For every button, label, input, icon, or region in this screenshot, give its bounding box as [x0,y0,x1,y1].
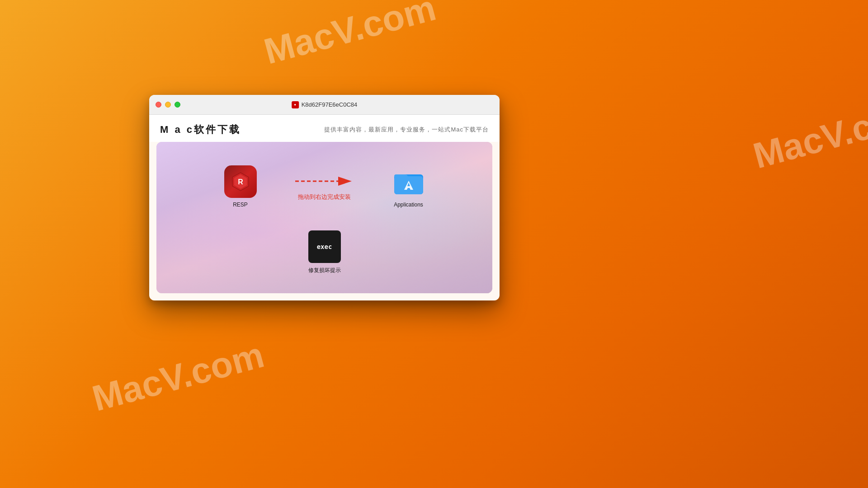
applications-folder-icon[interactable] [392,165,425,198]
header-bar: M a c软件下载 提供丰富内容，最新应用，专业服务，一站式Mac下载平台 [149,115,500,142]
brand-title: M a c软件下载 [160,123,241,136]
resp-app-icon[interactable]: R [224,165,257,198]
window-title-text: K8d62F97E6eC0C84 [302,101,358,108]
drag-arrow-wrapper: 拖动到右边完成安装 [293,172,356,201]
applications-folder-wrapper: Applications [392,165,425,208]
resp-hex-icon: R [230,171,251,192]
header-subtitle: 提供丰富内容，最新应用，专业服务，一站式Mac下载平台 [324,126,489,134]
window-content: M a c软件下载 提供丰富内容，最新应用，专业服务，一站式Mac下载平台 [149,115,500,300]
exec-icon[interactable]: exec [308,230,341,263]
drag-label: 拖动到右边完成安装 [298,193,351,201]
window-title-area: ● K8d62F97E6eC0C84 [292,101,358,108]
icons-container: R RESP 拖动到右 [156,142,492,293]
exec-icon-wrapper: exec 修复损坏提示 [308,230,341,274]
svg-text:R: R [238,178,243,186]
app-label: RESP [233,202,248,208]
app-icon-wrapper: R RESP [224,165,257,208]
watermark-3: MacV.com [88,334,269,419]
watermark-1: MacV.com [260,0,440,73]
top-row: R RESP 拖动到右 [224,165,425,208]
drag-arrow-svg [293,172,356,190]
exec-label: 修复损坏提示 [308,267,341,274]
traffic-lights [156,102,180,108]
close-button[interactable] [156,102,161,108]
minimize-button[interactable] [165,102,171,108]
svg-marker-4 [338,177,352,186]
watermark-2: MacV.co [749,100,868,177]
mac-window: ● K8d62F97E6eC0C84 M a c软件下载 提供丰富内容，最新应用… [149,95,500,300]
title-bar: ● K8d62F97E6eC0C84 [149,95,500,115]
exec-text: exec [317,243,332,250]
applications-label: Applications [394,202,423,208]
window-title-icon: ● [292,101,299,108]
maximize-button[interactable] [175,102,180,108]
bottom-row: exec 修复损坏提示 [308,230,341,274]
dmg-area: R RESP 拖动到右 [156,142,492,293]
svg-rect-6 [394,176,423,194]
